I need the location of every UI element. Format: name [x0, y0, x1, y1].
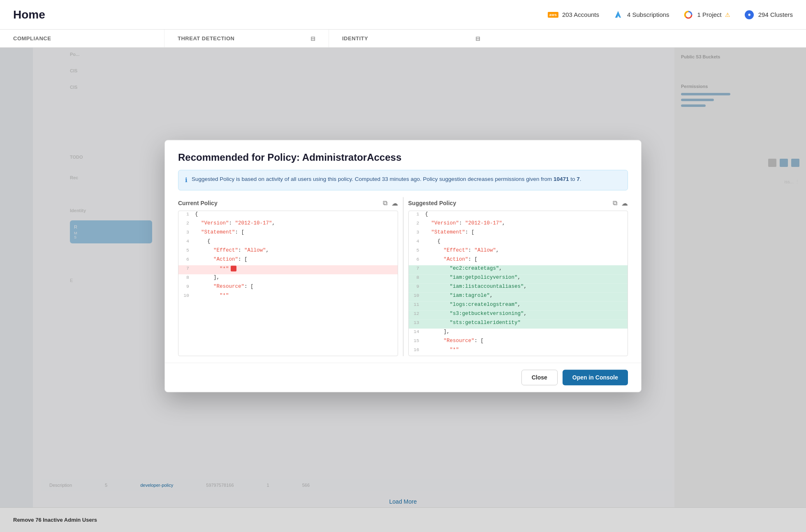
info-period: .: [580, 176, 581, 182]
code-line-c6: 6 "Action": [: [178, 256, 398, 265]
code-line-s9: 9 "iam:listaccountaliases",: [409, 283, 628, 292]
code-line-s2: 2 "Version": "2012-10-17",: [409, 220, 628, 229]
code-line-c1: 1 {: [178, 211, 398, 220]
suggested-policy-title: Suggested Policy: [408, 200, 456, 206]
aws-icon: aws: [547, 11, 559, 19]
current-policy-title: Current Policy: [178, 200, 218, 206]
code-line-c5: 5 "Effect": "Allow",: [178, 247, 398, 256]
gcp-warning-icon: ⚠: [725, 12, 730, 18]
code-line-s3: 3 "Statement": [: [409, 229, 628, 238]
policy-modal: Recommended for Policy: AdministratorAcc…: [164, 140, 642, 392]
k8s-stat[interactable]: ⎈ 294 Clusters: [743, 11, 793, 19]
info-banner: ℹ Suggested Policy is based on activity …: [178, 170, 628, 190]
info-to: to: [569, 176, 577, 182]
current-upload-icon[interactable]: ☁: [391, 199, 398, 207]
code-line-s11: 11 "logs:createlogstream",: [409, 301, 628, 310]
code-line-s15: 15 "Resource": [: [409, 338, 628, 347]
code-line-s4: 4 {: [409, 238, 628, 247]
current-policy-header: Current Policy ⧉ ☁: [178, 197, 398, 210]
suggested-policy-code: 1 { 2 "Version": "2012-10-17", 3 "Statem…: [408, 210, 628, 356]
info-icon: ℹ: [185, 176, 188, 185]
current-policy-col: Current Policy ⧉ ☁ 1 { 2 "Version": "201…: [178, 197, 398, 356]
suggested-policy-col: Suggested Policy ⧉ ☁ 1 { 2 "Version": "2…: [408, 197, 628, 356]
header-stats: aws 203 Accounts 4 Subscriptions 1 P: [547, 11, 793, 19]
nav-threat-detection-label: THREAT DETECTION: [178, 35, 234, 42]
nav-bar: COMPLIANCE THREAT DETECTION ⊟ IDENTITY ⊟: [0, 30, 806, 48]
current-copy-icon[interactable]: ⧉: [383, 199, 387, 207]
current-policy-actions: ⧉ ☁: [383, 199, 398, 207]
modal-header: Recommended for Policy: AdministratorAcc…: [165, 140, 641, 170]
code-line-c4: 4 {: [178, 238, 398, 247]
gcp-stat-value: 1 Project: [697, 11, 722, 18]
azure-stat[interactable]: 4 Subscriptions: [612, 11, 669, 19]
current-policy-code: 1 { 2 "Version": "2012-10-17", 3 "Statem…: [178, 210, 398, 356]
suggested-policy-header: Suggested Policy ⧉ ☁: [408, 197, 628, 210]
code-line-s6: 6 "Action": [: [409, 256, 628, 265]
threat-filter-icon: ⊟: [310, 35, 316, 42]
code-line-s14: 14 ],: [409, 328, 628, 338]
aws-stat[interactable]: aws 203 Accounts: [547, 11, 599, 19]
suggested-policy-actions: ⧉ ☁: [613, 199, 628, 207]
aws-stat-value: 203 Accounts: [562, 11, 599, 18]
code-line-s7: 7 "ec2:createtags",: [409, 265, 628, 274]
page-title: Home: [13, 8, 45, 21]
policy-area: Current Policy ⧉ ☁ 1 { 2 "Version": "201…: [165, 197, 641, 363]
panel-divider: [403, 197, 403, 356]
k8s-icon: ⎈: [743, 11, 755, 19]
code-line-c3: 3 "Statement": [: [178, 229, 398, 238]
code-line-s13: 13 "sts:getcalleridentity": [409, 319, 628, 328]
info-bold1: 10471: [554, 176, 569, 182]
azure-stat-value: 4 Subscriptions: [627, 11, 669, 18]
open-console-button[interactable]: Open in Console: [563, 370, 628, 385]
close-button[interactable]: Close: [521, 370, 558, 385]
suggested-upload-icon[interactable]: ☁: [621, 199, 628, 207]
code-line-s8: 8 "iam:getpolicyversion",: [409, 274, 628, 283]
identity-filter-icon: ⊟: [475, 35, 481, 42]
modal-footer: Close Open in Console: [165, 363, 641, 392]
modal-title: Recommended for Policy: AdministratorAcc…: [178, 152, 628, 163]
code-line-s1: 1 {: [409, 211, 628, 220]
azure-icon: [612, 11, 624, 19]
gcp-icon: [683, 11, 694, 19]
nav-threat-detection[interactable]: THREAT DETECTION ⊟: [164, 30, 329, 47]
code-line-c9: 9 "Resource": [: [178, 283, 398, 292]
code-line-s10: 10 "iam:tagrole",: [409, 292, 628, 301]
code-line-s12: 12 "s3:getbucketversioning",: [409, 310, 628, 319]
gcp-stat[interactable]: 1 Project ⚠: [683, 11, 730, 19]
info-bold2: 7: [577, 176, 580, 182]
suggested-copy-icon[interactable]: ⧉: [613, 199, 617, 207]
code-line-s16: 16 "*": [409, 347, 628, 356]
nav-compliance[interactable]: COMPLIANCE: [0, 30, 164, 47]
nav-identity-label: IDENTITY: [342, 35, 368, 42]
code-line-c7: 7 "*": [178, 265, 398, 274]
code-line-s5: 5 "Effect": "Allow",: [409, 247, 628, 256]
nav-compliance-label: COMPLIANCE: [13, 35, 51, 42]
k8s-stat-value: 294 Clusters: [758, 11, 793, 18]
top-header: Home aws 203 Accounts 4 Subscriptions: [0, 0, 806, 30]
code-line-c10: 10 "*": [178, 292, 398, 301]
code-line-c2: 2 "Version": "2012-10-17",: [178, 220, 398, 229]
info-text: Suggested Policy is based on activity of…: [192, 176, 554, 182]
code-line-c8: 8 ],: [178, 274, 398, 283]
nav-identity[interactable]: IDENTITY ⊟: [329, 30, 493, 47]
